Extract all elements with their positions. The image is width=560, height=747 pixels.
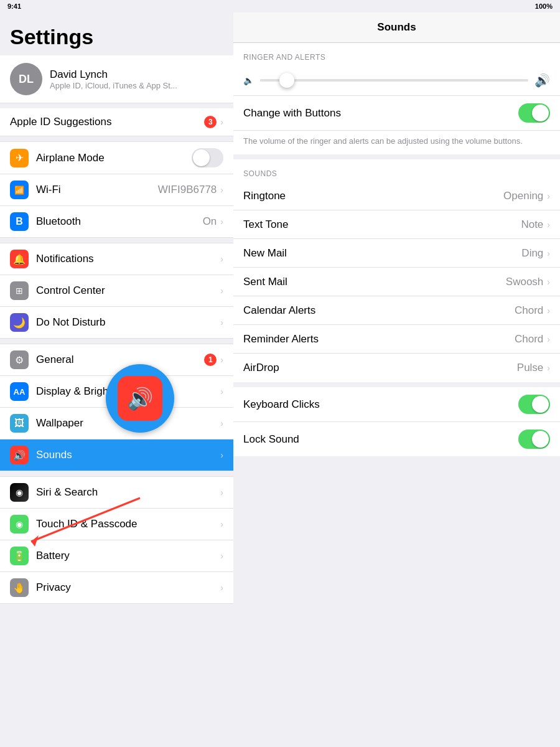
general-badge: 1 xyxy=(204,354,217,366)
bluetooth-label: Bluetooth xyxy=(36,215,203,228)
user-name: David Lynch xyxy=(50,68,177,81)
user-profile[interactable]: DL David Lynch Apple ID, iCloud, iTunes … xyxy=(0,55,233,103)
touchid-icon: ◉ xyxy=(10,515,29,533)
ringer-header: RINGER AND ALERTS xyxy=(233,43,560,65)
reminderalerts-value: Chord › xyxy=(515,333,550,345)
airdrop-value-text: Pulse xyxy=(517,362,544,374)
sidebar-item-general[interactable]: ⚙ General 1 › xyxy=(0,344,233,376)
sidebar-item-controlcenter[interactable]: ⊞ Control Center › xyxy=(0,275,233,307)
sidebar-item-airplane[interactable]: ✈ Airplane Mode xyxy=(0,142,233,174)
sentmail-row[interactable]: Sent Mail Swoosh › xyxy=(233,268,560,296)
sidebar-item-notifications[interactable]: 🔔 Notifications › xyxy=(0,243,233,275)
sounds-section-header: SOUNDS xyxy=(233,159,560,182)
reminderalerts-row[interactable]: Reminder Alerts Chord › xyxy=(233,325,560,354)
ringer-description: The volume of the ringer and alerts can … xyxy=(233,131,560,154)
texttone-label: Text Tone xyxy=(243,218,288,231)
donotdisturb-chevron: › xyxy=(220,317,223,327)
airdrop-chevron: › xyxy=(547,363,550,373)
ringer-slider-row[interactable]: 🔈 🔊 xyxy=(233,65,560,96)
siri-label: Siri & Search xyxy=(36,486,220,499)
ringer-slider[interactable] xyxy=(260,79,528,82)
siri-chevron: › xyxy=(220,487,223,497)
newmail-label: New Mail xyxy=(243,247,287,260)
privacy-chevron: › xyxy=(220,583,223,593)
wallpaper-icon: 🖼 xyxy=(10,414,29,433)
ringtone-value: Opening › xyxy=(503,190,550,202)
lock-sound-label: Lock Sound xyxy=(243,433,299,446)
toggles-section: Keyboard Clicks Lock Sound xyxy=(233,387,560,456)
suggestion-badge: 3 xyxy=(204,116,217,128)
sidebar-item-donotdisturb[interactable]: 🌙 Do Not Disturb › xyxy=(0,307,233,338)
wallpaper-chevron: › xyxy=(220,418,223,428)
sounds-chevron: › xyxy=(220,450,223,460)
sidebar-item-siri[interactable]: ◉ Siri & Search › xyxy=(0,477,233,509)
keyboard-clicks-row[interactable]: Keyboard Clicks xyxy=(233,387,560,422)
sidebar-item-bluetooth[interactable]: B Bluetooth On › xyxy=(0,206,233,237)
sentmail-value-text: Swoosh xyxy=(506,276,543,288)
texttone-value: Note › xyxy=(521,218,550,231)
newmail-value: Ding › xyxy=(521,247,550,260)
newmail-chevron: › xyxy=(547,248,550,258)
status-time: 9:41 xyxy=(7,2,21,10)
touchid-chevron: › xyxy=(220,519,223,529)
lock-sound-row[interactable]: Lock Sound xyxy=(233,422,560,456)
bluetooth-chevron: › xyxy=(220,217,223,227)
notifications-label: Notifications xyxy=(36,253,220,265)
sidebar-item-privacy[interactable]: 🤚 Privacy › xyxy=(0,572,233,603)
settings-group-network: ✈ Airplane Mode 📶 Wi-Fi WIFI9B6778 › B B… xyxy=(0,141,233,238)
donotdisturb-label: Do Not Disturb xyxy=(36,316,220,329)
airplane-toggle[interactable] xyxy=(192,148,223,167)
sidebar: Settings DL David Lynch Apple ID, iCloud… xyxy=(0,12,233,747)
avatar: DL xyxy=(10,63,42,95)
wifi-icon: 📶 xyxy=(10,181,29,199)
privacy-icon: 🤚 xyxy=(10,578,29,597)
calendaralerts-value: Chord › xyxy=(515,304,550,317)
controlcenter-label: Control Center xyxy=(36,284,220,297)
general-badge-area: 1 › xyxy=(204,354,223,366)
calendaralerts-value-text: Chord xyxy=(515,304,543,317)
keyboard-clicks-toggle[interactable] xyxy=(518,395,550,414)
status-bar: 9:41 100% xyxy=(0,0,560,12)
general-icon: ⚙ xyxy=(10,350,29,369)
sidebar-item-touchid[interactable]: ◉ Touch ID & Passcode › xyxy=(0,509,233,540)
ringtone-row[interactable]: Ringtone Opening › xyxy=(233,182,560,210)
calendaralerts-row[interactable]: Calendar Alerts Chord › xyxy=(233,296,560,325)
calendaralerts-label: Calendar Alerts xyxy=(243,304,315,317)
battery-chevron: › xyxy=(220,551,223,561)
donotdisturb-icon: 🌙 xyxy=(10,313,29,332)
sentmail-value: Swoosh › xyxy=(506,276,550,288)
ringtone-label: Ringtone xyxy=(243,190,286,202)
ringtone-chevron: › xyxy=(547,191,550,201)
lock-sound-toggle[interactable] xyxy=(518,430,550,449)
newmail-row[interactable]: New Mail Ding › xyxy=(233,239,560,268)
apple-id-suggestions-row[interactable]: Apple ID Suggestions 3 › xyxy=(0,108,233,136)
texttone-value-text: Note xyxy=(521,218,543,231)
panel-title: Sounds xyxy=(243,21,550,34)
change-buttons-row: Change with Buttons xyxy=(233,96,560,131)
general-label: General xyxy=(36,354,204,366)
volume-high-icon: 🔊 xyxy=(534,73,550,88)
airdrop-value: Pulse › xyxy=(517,362,550,374)
controlcenter-icon: ⊞ xyxy=(10,281,29,300)
sounds-highlight-icon: 🔊 xyxy=(118,376,162,421)
settings-title: Settings xyxy=(0,12,233,55)
change-buttons-toggle[interactable] xyxy=(518,103,550,123)
sidebar-item-sounds[interactable]: 🔊 Sounds › xyxy=(0,439,233,471)
badge-area: 3 › xyxy=(204,116,223,128)
wifi-chevron: › xyxy=(220,185,223,195)
general-chevron: › xyxy=(220,355,223,365)
airdrop-label: AirDrop xyxy=(243,362,279,374)
sounds-panel: Sounds RINGER AND ALERTS 🔈 🔊 Change with… xyxy=(233,12,560,747)
siri-icon: ◉ xyxy=(10,483,29,502)
wifi-label: Wi-Fi xyxy=(36,184,158,196)
controlcenter-chevron: › xyxy=(220,286,223,296)
sounds-row-icon: 🔊 xyxy=(10,446,29,464)
sidebar-item-battery[interactable]: 🔋 Battery › xyxy=(0,540,233,572)
sounds-label: Sounds xyxy=(36,449,220,461)
display-chevron: › xyxy=(220,387,223,397)
airdrop-row[interactable]: AirDrop Pulse › xyxy=(233,354,560,382)
touchid-label: Touch ID & Passcode xyxy=(36,518,220,530)
sidebar-item-wifi[interactable]: 📶 Wi-Fi WIFI9B6778 › xyxy=(0,174,233,206)
texttone-row[interactable]: Text Tone Note › xyxy=(233,210,560,239)
ringer-section: RINGER AND ALERTS 🔈 🔊 Change with Button… xyxy=(233,43,560,154)
